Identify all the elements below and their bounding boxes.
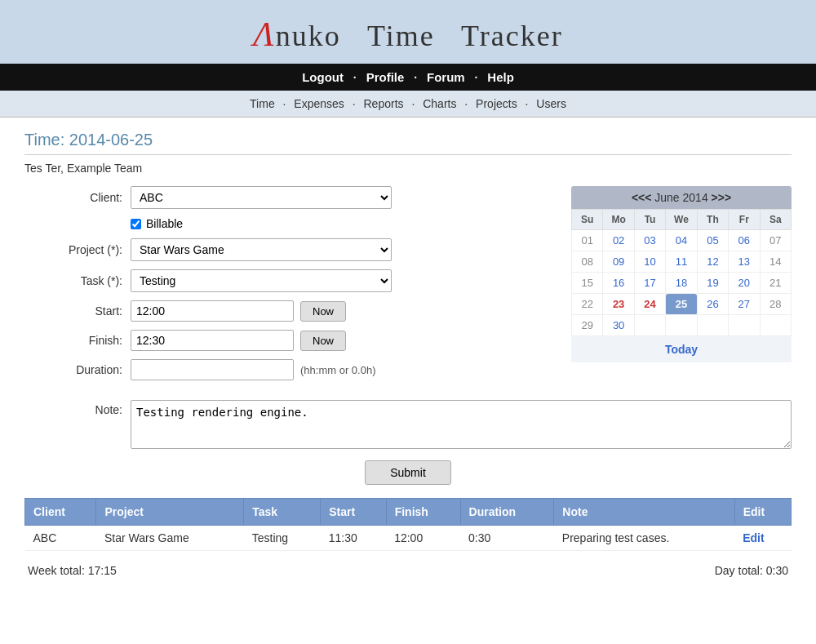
nav-expenses[interactable]: Expenses [294, 97, 344, 110]
duration-label: Duration: [24, 363, 122, 376]
finish-input[interactable] [131, 330, 294, 351]
calendar-day[interactable]: 04 [666, 230, 697, 251]
calendar-day[interactable]: 29 [572, 315, 603, 336]
calendar-day[interactable]: 13 [729, 251, 760, 273]
start-now-button[interactable]: Now [300, 301, 346, 322]
form-calendar-wrapper: Client: ABC Billable Project (*): Star W… [24, 186, 792, 389]
calendar-day [666, 315, 697, 336]
cal-th-fr: Fr [729, 210, 760, 230]
calendar-day[interactable]: 10 [634, 251, 665, 273]
project-select[interactable]: Star Wars Game [131, 238, 392, 261]
col-start: Start [321, 499, 386, 526]
finish-now-button[interactable]: Now [300, 331, 346, 351]
week-total: Week total: 17:15 [28, 564, 117, 577]
calendar-day[interactable]: 15 [572, 273, 603, 294]
calendar-day[interactable]: 14 [760, 251, 791, 273]
calendar-day[interactable]: 08 [572, 251, 603, 273]
billable-label: Billable [146, 217, 183, 230]
cal-th-mo: Mo [603, 210, 634, 230]
cal-th-su: Su [572, 210, 603, 230]
table-header-row: Client Project Task Start Finish Duratio… [25, 499, 792, 526]
cell-note: Preparing test cases. [554, 526, 734, 551]
nav-reports[interactable]: Reports [364, 97, 404, 110]
sdot3: · [411, 97, 418, 110]
dot2: · [414, 71, 420, 84]
cell-client: ABC [25, 526, 96, 551]
sdot2: · [353, 97, 359, 110]
col-note: Note [554, 499, 734, 526]
calendar-day[interactable]: 27 [729, 294, 760, 315]
cal-th-tu: Tu [634, 210, 665, 230]
col-project: Project [96, 499, 244, 526]
project-label: Project (*): [24, 243, 122, 256]
duration-hint: (hh:mm or 0.0h) [300, 364, 375, 376]
edit-link[interactable]: Edit [743, 531, 764, 544]
note-row: Note: [24, 400, 792, 449]
calendar-section: <<< June 2014 >>> Su Mo Tu We Th Fr Sa [571, 186, 792, 362]
nav-logout[interactable]: Logout [302, 70, 344, 84]
app-title-text: nuko Time Tracker [276, 20, 563, 52]
nav-time[interactable]: Time [250, 97, 275, 110]
calendar-day [634, 315, 665, 336]
nav-projects[interactable]: Projects [476, 97, 517, 110]
billable-checkbox[interactable] [131, 219, 141, 229]
calendar-day[interactable]: 21 [760, 273, 791, 294]
calendar-day[interactable]: 09 [603, 251, 634, 273]
calendar-day[interactable]: 16 [603, 273, 634, 294]
calendar-day[interactable]: 23 [603, 294, 634, 315]
note-textarea[interactable] [131, 400, 792, 449]
calendar-day[interactable]: 07 [760, 230, 791, 251]
calendar-week-row: 08091011121314 [572, 251, 792, 273]
calendar-day[interactable]: 26 [697, 294, 728, 315]
calendar-day[interactable]: 05 [697, 230, 728, 251]
cal-th-th: Th [697, 210, 728, 230]
client-label: Client: [24, 191, 122, 204]
col-finish: Finish [386, 499, 460, 526]
nav-forum[interactable]: Forum [427, 70, 465, 84]
note-label: Note: [24, 400, 122, 416]
duration-input[interactable] [131, 359, 294, 380]
calendar-day[interactable]: 17 [634, 273, 665, 294]
nav-charts[interactable]: Charts [423, 97, 456, 110]
calendar-day[interactable]: 19 [697, 273, 728, 294]
calendar-day[interactable]: 01 [572, 230, 603, 251]
today-button[interactable]: Today [665, 343, 698, 356]
start-input[interactable] [131, 300, 294, 322]
calendar-prev[interactable]: <<< [632, 191, 652, 204]
sdot1: · [283, 97, 290, 110]
calendar-day[interactable]: 12 [697, 251, 728, 273]
submit-button[interactable]: Submit [365, 460, 451, 485]
nav-help[interactable]: Help [487, 70, 514, 84]
form-section: Client: ABC Billable Project (*): Star W… [24, 186, 555, 389]
calendar-day[interactable]: 22 [572, 294, 603, 315]
user-team: Tes Ter, Example Team [24, 162, 792, 175]
calendar-day[interactable]: 25 [666, 294, 697, 315]
task-select[interactable]: Testing [131, 269, 392, 292]
cal-th-sa: Sa [760, 210, 791, 230]
calendar-day[interactable]: 30 [603, 315, 634, 336]
calendar-next[interactable]: >>> [712, 191, 732, 204]
dot1: · [353, 71, 360, 84]
project-row: Project (*): Star Wars Game [24, 238, 555, 261]
calendar-day [729, 315, 760, 336]
page-title: Time: 2014-06-25 [24, 131, 792, 155]
cell-task: Testing [244, 526, 321, 551]
cell-edit[interactable]: Edit [734, 526, 791, 551]
calendar-week-row: 22232425262728 [572, 294, 792, 315]
calendar-day[interactable]: 02 [603, 230, 634, 251]
col-duration: Duration [460, 499, 554, 526]
calendar-day[interactable]: 20 [729, 273, 760, 294]
nav-bar-top: Logout · Profile · Forum · Help [0, 64, 816, 91]
nav-profile[interactable]: Profile [366, 70, 405, 84]
client-select[interactable]: ABC [131, 186, 392, 209]
calendar-day[interactable]: 28 [760, 294, 791, 315]
calendar-day[interactable]: 06 [729, 230, 760, 251]
calendar-day[interactable]: 24 [634, 294, 665, 315]
calendar-day[interactable]: 11 [666, 251, 697, 273]
nav-users[interactable]: Users [536, 97, 566, 110]
cell-duration: 0:30 [460, 526, 554, 551]
calendar-day[interactable]: 03 [634, 230, 665, 251]
cell-finish: 12:00 [386, 526, 460, 551]
duration-row: Duration: (hh:mm or 0.0h) [24, 359, 555, 380]
calendar-day[interactable]: 18 [666, 273, 697, 294]
